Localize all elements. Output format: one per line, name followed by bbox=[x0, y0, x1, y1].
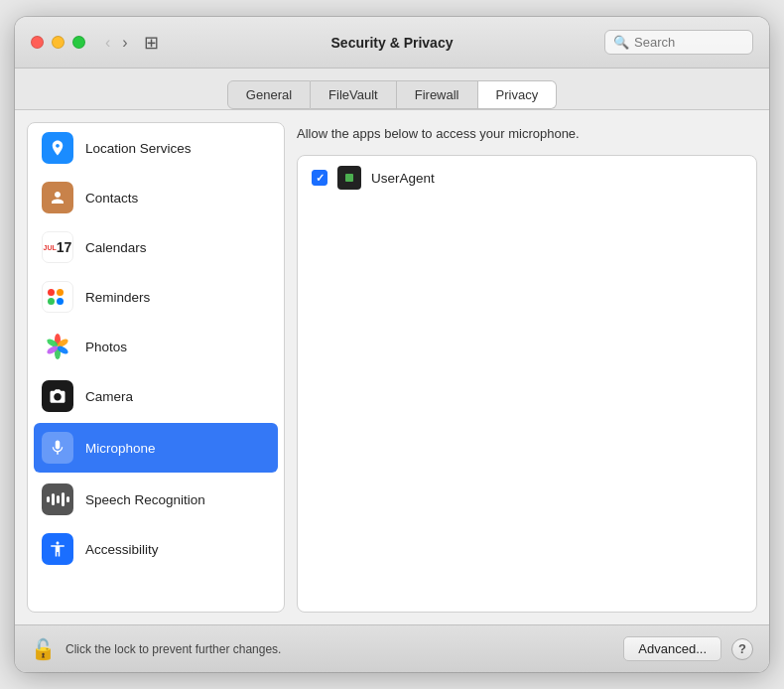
search-box: 🔍 bbox=[604, 30, 753, 55]
sidebar-item-accessibility[interactable]: Accessibility bbox=[28, 524, 284, 574]
sidebar-label-microphone: Microphone bbox=[85, 441, 156, 456]
minimize-button[interactable] bbox=[52, 36, 65, 49]
sidebar-item-location[interactable]: Location Services bbox=[28, 123, 284, 173]
contacts-icon bbox=[42, 182, 73, 213]
panel-description: Allow the apps below to access your micr… bbox=[297, 122, 757, 145]
back-button[interactable]: ‹ bbox=[101, 32, 114, 54]
close-button[interactable] bbox=[31, 36, 44, 49]
titlebar: ‹ › ⊞ Security & Privacy 🔍 bbox=[15, 17, 769, 69]
window-title: Security & Privacy bbox=[331, 35, 454, 51]
search-input[interactable] bbox=[634, 35, 744, 50]
bottom-bar: 🔓 Click the lock to prevent further chan… bbox=[15, 624, 769, 672]
photos-icon bbox=[42, 331, 73, 362]
sidebar-item-photos[interactable]: Photos bbox=[28, 322, 284, 371]
search-icon: 🔍 bbox=[613, 35, 629, 50]
useragent-icon bbox=[337, 166, 361, 190]
tab-filevault[interactable]: FileVault bbox=[311, 80, 397, 109]
useragent-checkbox[interactable] bbox=[312, 170, 327, 186]
sidebar-label-contacts: Contacts bbox=[85, 191, 138, 206]
sidebar-item-calendars[interactable]: JUL 17 Calendars bbox=[28, 222, 284, 272]
help-button[interactable]: ? bbox=[731, 638, 753, 660]
useragent-label: UserAgent bbox=[371, 171, 435, 186]
navigation-arrows: ‹ › bbox=[101, 32, 132, 54]
sidebar-item-reminders[interactable]: Reminders bbox=[28, 272, 284, 322]
sidebar-item-camera[interactable]: Camera bbox=[28, 371, 284, 421]
traffic-lights bbox=[31, 36, 85, 49]
main-window: ‹ › ⊞ Security & Privacy 🔍 General FileV… bbox=[15, 17, 769, 672]
microphone-icon bbox=[42, 432, 73, 464]
calendars-icon: JUL 17 bbox=[42, 231, 73, 263]
maximize-button[interactable] bbox=[72, 36, 85, 49]
apps-list: UserAgent bbox=[297, 155, 757, 613]
sidebar-label-calendars: Calendars bbox=[85, 240, 147, 255]
sidebar-item-contacts[interactable]: Contacts bbox=[28, 173, 284, 222]
grid-icon[interactable]: ⊞ bbox=[144, 32, 159, 54]
sidebar-label-reminders: Reminders bbox=[85, 290, 150, 305]
lock-icon[interactable]: 🔓 bbox=[31, 637, 56, 661]
sidebar: Location Services Contacts JUL 17 Calend… bbox=[27, 122, 285, 613]
lock-text: Click the lock to prevent further change… bbox=[65, 642, 613, 656]
sidebar-label-accessibility: Accessibility bbox=[85, 542, 159, 557]
sidebar-item-microphone[interactable]: Microphone bbox=[34, 423, 278, 473]
sidebar-label-photos: Photos bbox=[85, 340, 127, 354]
sidebar-item-speech[interactable]: Speech Recognition bbox=[28, 475, 284, 524]
reminders-icon bbox=[42, 281, 73, 313]
tab-firewall[interactable]: Firewall bbox=[397, 80, 478, 109]
speech-icon bbox=[42, 483, 73, 515]
location-icon bbox=[42, 132, 73, 164]
camera-icon bbox=[42, 380, 73, 412]
forward-button[interactable]: › bbox=[118, 32, 131, 54]
right-panel: Allow the apps below to access your micr… bbox=[297, 122, 757, 613]
sidebar-label-camera: Camera bbox=[85, 389, 133, 404]
main-content: Location Services Contacts JUL 17 Calend… bbox=[15, 110, 769, 624]
advanced-button[interactable]: Advanced... bbox=[623, 636, 721, 661]
sidebar-label-location: Location Services bbox=[85, 141, 192, 156]
tab-privacy[interactable]: Privacy bbox=[478, 80, 558, 109]
accessibility-icon bbox=[42, 533, 73, 565]
sidebar-label-speech: Speech Recognition bbox=[85, 492, 205, 507]
tab-general[interactable]: General bbox=[227, 80, 311, 109]
table-row: UserAgent bbox=[298, 156, 756, 200]
tabs-bar: General FileVault Firewall Privacy bbox=[15, 69, 769, 110]
